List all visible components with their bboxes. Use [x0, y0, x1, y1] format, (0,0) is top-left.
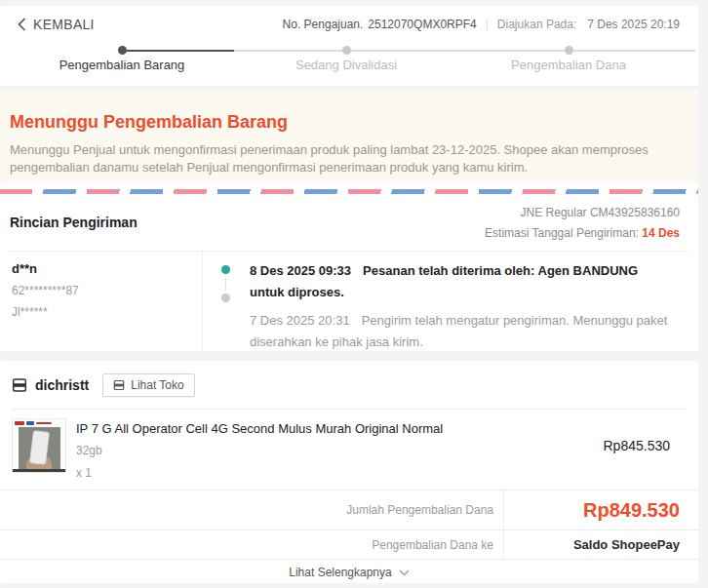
see-more-button[interactable]: Lihat Selengkapnya — [0, 559, 698, 583]
refund-amount-row: Jumlah Pengembalian Dana Rp849.530 — [0, 490, 698, 529]
estimate-value: 14 Des — [642, 226, 680, 240]
recipient-phone: 62*********87 — [12, 284, 202, 297]
product-title[interactable]: IP 7 G All Operator Cell 4G Second Mulus… — [76, 421, 603, 436]
timeline-connector — [225, 277, 226, 292]
submission-label: No. Pengajuan. — [283, 18, 364, 31]
recipient-street: Jl****** — [12, 305, 202, 319]
timeline-entry: 8 Des 2025 09:33Pesanan telah diterima o… — [250, 260, 671, 303]
order-card: dichristt Lihat Toko — [0, 361, 698, 583]
shop-row: dichristt Lihat Toko — [0, 361, 698, 409]
product-variant: 32gb — [76, 444, 603, 457]
step-label-pengembalian-dana: Pengembalian Dana — [511, 58, 626, 72]
timeline-dot-past — [221, 294, 230, 302]
shipping-title: Rincian Pengiriman — [10, 215, 138, 240]
status-title: Menunggu Pengembalian Barang — [10, 112, 675, 133]
visit-shop-label: Lihat Toko — [131, 378, 184, 392]
back-button[interactable]: KEMBALI — [18, 17, 95, 32]
shop-name[interactable]: dichristt — [35, 377, 89, 393]
refund-destination-row: Pengembalian Dana ke Saldo ShopeePay — [0, 529, 698, 559]
storefront-icon — [12, 377, 27, 393]
submission-number: 2512070QMX0RPF4 — [368, 18, 476, 31]
product-image-banner — [15, 420, 63, 426]
stepper-track-progress — [122, 50, 234, 52]
recipient-address-block: d**n 62*********87 Jl****** — [0, 252, 203, 351]
timeline-datetime: 7 Des 2025 20:31 — [250, 313, 350, 328]
shipping-header: Rincian Pengiriman JNE Regular CM4392583… — [0, 194, 698, 240]
recipient-name: d**n — [12, 261, 202, 276]
step-label-sedang-divalidasi: Sedang Divalidasi — [295, 58, 397, 72]
refund-destination-value: Saldo ShopeePay — [504, 530, 698, 559]
refund-amount-label: Jumlah Pengembalian Dana — [0, 490, 504, 529]
meta-separator: | — [486, 18, 489, 31]
product-price: Rp845.530 — [603, 438, 670, 490]
visit-shop-button[interactable]: Lihat Toko — [102, 373, 195, 397]
product-photo — [19, 427, 60, 470]
step-dot-pengembalian-barang — [118, 46, 127, 55]
back-label: KEMBALI — [33, 17, 95, 32]
submitted-label: Diajukan Pada: — [497, 18, 576, 31]
product-quantity: x 1 — [76, 466, 603, 480]
timeline-dot-latest — [221, 265, 230, 274]
product-row: IP 7 G All Operator Cell 4G Second Mulus… — [0, 410, 698, 490]
submission-meta: No. Pengajuan. 2512070QMX0RPF4 | Diajuka… — [283, 18, 680, 31]
product-info: IP 7 G All Operator Cell 4G Second Mulus… — [76, 418, 603, 490]
delivery-estimate: Estimasi Tanggal Pengiriman: 14 Des — [485, 226, 680, 240]
status-banner: Menunggu Pengembalian Barang Menunggu Pe… — [0, 90, 698, 183]
timeline-entry: 7 Des 2025 20:31Pengirim telah mengatur … — [250, 310, 671, 351]
see-more-label: Lihat Selengkapnya — [289, 566, 391, 579]
step-dot-pengembalian-dana — [565, 46, 573, 55]
product-image[interactable] — [12, 418, 66, 473]
timeline-datetime: 8 Des 2025 09:33 — [250, 263, 351, 278]
header-card: KEMBALI No. Pengajuan. 2512070QMX0RPF4 |… — [0, 6, 698, 86]
header-row: KEMBALI No. Pengajuan. 2512070QMX0RPF4 |… — [18, 17, 680, 32]
step-label-pengembalian-barang: Pengembalian Barang — [59, 58, 185, 72]
step-dot-sedang-divalidasi — [342, 46, 351, 55]
return-detail-page: KEMBALI No. Pengajuan. 2512070QMX0RPF4 |… — [0, 6, 698, 583]
shipping-body: d**n 62*********87 Jl****** 8 Des 2025 0… — [0, 252, 698, 351]
shipping-meta: JNE Regular CM43925836160 Estimasi Tangg… — [485, 206, 680, 240]
refund-destination-label: Pengembalian Dana ke — [0, 530, 504, 559]
tracking-timeline: 8 Des 2025 09:33Pesanan telah diterima o… — [203, 252, 698, 351]
chevron-down-icon — [399, 566, 410, 579]
refund-amount-value: Rp849.530 — [504, 490, 698, 529]
shop-icon — [113, 379, 125, 391]
submitted-value: 7 Des 2025 20:19 — [587, 18, 680, 31]
status-description: Menunggu Penjual untuk mengonfirmasi pen… — [10, 141, 675, 176]
courier-tracking-number: JNE Regular CM43925836160 — [485, 206, 680, 219]
shipping-card: Rincian Pengiriman JNE Regular CM4392583… — [0, 183, 698, 351]
chevron-left-icon — [18, 18, 26, 31]
estimate-label: Estimasi Tanggal Pengiriman: — [485, 226, 639, 240]
